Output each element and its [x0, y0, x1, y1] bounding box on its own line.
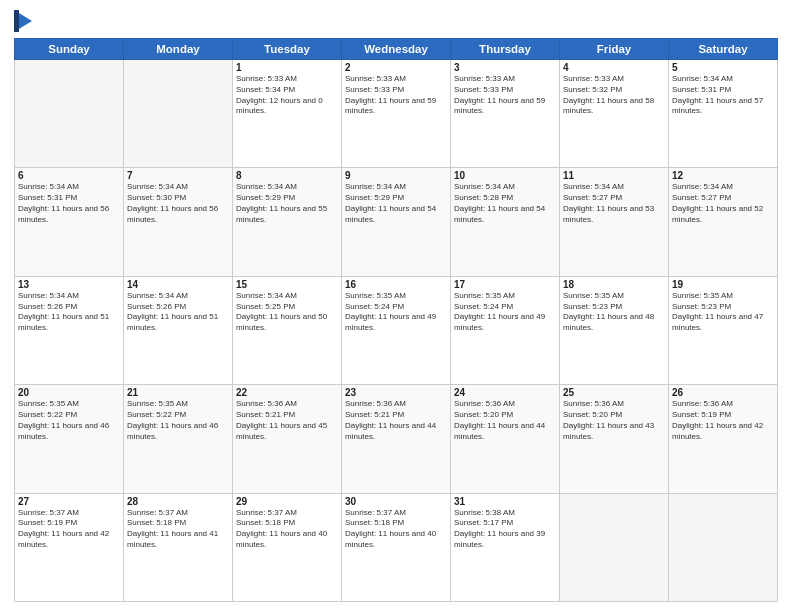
day-number: 12	[672, 170, 774, 181]
day-number: 1	[236, 62, 338, 73]
day-info: Sunrise: 5:36 AMSunset: 5:20 PMDaylight:…	[454, 399, 556, 442]
day-cell: 5Sunrise: 5:34 AMSunset: 5:31 PMDaylight…	[669, 60, 778, 168]
day-cell	[15, 60, 124, 168]
calendar-header-row: SundayMondayTuesdayWednesdayThursdayFrid…	[15, 39, 778, 60]
day-info: Sunrise: 5:34 AMSunset: 5:29 PMDaylight:…	[345, 182, 447, 225]
day-cell: 23Sunrise: 5:36 AMSunset: 5:21 PMDayligh…	[342, 385, 451, 493]
day-cell: 18Sunrise: 5:35 AMSunset: 5:23 PMDayligh…	[560, 276, 669, 384]
day-info: Sunrise: 5:34 AMSunset: 5:31 PMDaylight:…	[18, 182, 120, 225]
logo-icon	[14, 10, 32, 32]
day-cell: 8Sunrise: 5:34 AMSunset: 5:29 PMDaylight…	[233, 168, 342, 276]
day-cell: 24Sunrise: 5:36 AMSunset: 5:20 PMDayligh…	[451, 385, 560, 493]
col-header-sunday: Sunday	[15, 39, 124, 60]
day-info: Sunrise: 5:34 AMSunset: 5:25 PMDaylight:…	[236, 291, 338, 334]
day-info: Sunrise: 5:36 AMSunset: 5:21 PMDaylight:…	[345, 399, 447, 442]
day-number: 19	[672, 279, 774, 290]
day-info: Sunrise: 5:37 AMSunset: 5:18 PMDaylight:…	[127, 508, 229, 551]
day-number: 10	[454, 170, 556, 181]
col-header-tuesday: Tuesday	[233, 39, 342, 60]
day-cell: 4Sunrise: 5:33 AMSunset: 5:32 PMDaylight…	[560, 60, 669, 168]
day-cell: 9Sunrise: 5:34 AMSunset: 5:29 PMDaylight…	[342, 168, 451, 276]
day-cell: 26Sunrise: 5:36 AMSunset: 5:19 PMDayligh…	[669, 385, 778, 493]
calendar-table: SundayMondayTuesdayWednesdayThursdayFrid…	[14, 38, 778, 602]
day-cell	[669, 493, 778, 601]
day-cell: 11Sunrise: 5:34 AMSunset: 5:27 PMDayligh…	[560, 168, 669, 276]
day-info: Sunrise: 5:37 AMSunset: 5:19 PMDaylight:…	[18, 508, 120, 551]
day-number: 24	[454, 387, 556, 398]
col-header-wednesday: Wednesday	[342, 39, 451, 60]
day-info: Sunrise: 5:36 AMSunset: 5:21 PMDaylight:…	[236, 399, 338, 442]
week-row-2: 6Sunrise: 5:34 AMSunset: 5:31 PMDaylight…	[15, 168, 778, 276]
day-cell: 21Sunrise: 5:35 AMSunset: 5:22 PMDayligh…	[124, 385, 233, 493]
day-info: Sunrise: 5:36 AMSunset: 5:19 PMDaylight:…	[672, 399, 774, 442]
day-number: 13	[18, 279, 120, 290]
day-cell: 31Sunrise: 5:38 AMSunset: 5:17 PMDayligh…	[451, 493, 560, 601]
day-info: Sunrise: 5:33 AMSunset: 5:33 PMDaylight:…	[345, 74, 447, 117]
day-cell: 10Sunrise: 5:34 AMSunset: 5:28 PMDayligh…	[451, 168, 560, 276]
day-number: 3	[454, 62, 556, 73]
week-row-1: 1Sunrise: 5:33 AMSunset: 5:34 PMDaylight…	[15, 60, 778, 168]
day-cell: 14Sunrise: 5:34 AMSunset: 5:26 PMDayligh…	[124, 276, 233, 384]
day-number: 28	[127, 496, 229, 507]
day-info: Sunrise: 5:37 AMSunset: 5:18 PMDaylight:…	[345, 508, 447, 551]
day-cell: 27Sunrise: 5:37 AMSunset: 5:19 PMDayligh…	[15, 493, 124, 601]
day-info: Sunrise: 5:35 AMSunset: 5:23 PMDaylight:…	[563, 291, 665, 334]
day-number: 4	[563, 62, 665, 73]
day-cell: 17Sunrise: 5:35 AMSunset: 5:24 PMDayligh…	[451, 276, 560, 384]
day-cell: 29Sunrise: 5:37 AMSunset: 5:18 PMDayligh…	[233, 493, 342, 601]
day-cell: 15Sunrise: 5:34 AMSunset: 5:25 PMDayligh…	[233, 276, 342, 384]
day-cell	[560, 493, 669, 601]
col-header-monday: Monday	[124, 39, 233, 60]
day-info: Sunrise: 5:35 AMSunset: 5:22 PMDaylight:…	[127, 399, 229, 442]
day-number: 20	[18, 387, 120, 398]
col-header-thursday: Thursday	[451, 39, 560, 60]
day-number: 22	[236, 387, 338, 398]
day-info: Sunrise: 5:33 AMSunset: 5:32 PMDaylight:…	[563, 74, 665, 117]
day-number: 8	[236, 170, 338, 181]
day-cell: 28Sunrise: 5:37 AMSunset: 5:18 PMDayligh…	[124, 493, 233, 601]
day-number: 21	[127, 387, 229, 398]
day-number: 25	[563, 387, 665, 398]
day-number: 26	[672, 387, 774, 398]
day-cell: 16Sunrise: 5:35 AMSunset: 5:24 PMDayligh…	[342, 276, 451, 384]
logo	[14, 10, 37, 32]
day-cell: 20Sunrise: 5:35 AMSunset: 5:22 PMDayligh…	[15, 385, 124, 493]
day-number: 15	[236, 279, 338, 290]
day-number: 2	[345, 62, 447, 73]
day-info: Sunrise: 5:34 AMSunset: 5:27 PMDaylight:…	[672, 182, 774, 225]
day-number: 6	[18, 170, 120, 181]
day-cell: 22Sunrise: 5:36 AMSunset: 5:21 PMDayligh…	[233, 385, 342, 493]
day-cell: 12Sunrise: 5:34 AMSunset: 5:27 PMDayligh…	[669, 168, 778, 276]
day-info: Sunrise: 5:34 AMSunset: 5:30 PMDaylight:…	[127, 182, 229, 225]
day-cell: 1Sunrise: 5:33 AMSunset: 5:34 PMDaylight…	[233, 60, 342, 168]
day-info: Sunrise: 5:36 AMSunset: 5:20 PMDaylight:…	[563, 399, 665, 442]
day-info: Sunrise: 5:35 AMSunset: 5:24 PMDaylight:…	[454, 291, 556, 334]
day-number: 7	[127, 170, 229, 181]
day-info: Sunrise: 5:33 AMSunset: 5:33 PMDaylight:…	[454, 74, 556, 117]
day-info: Sunrise: 5:35 AMSunset: 5:23 PMDaylight:…	[672, 291, 774, 334]
day-number: 9	[345, 170, 447, 181]
day-number: 23	[345, 387, 447, 398]
day-number: 16	[345, 279, 447, 290]
day-cell: 13Sunrise: 5:34 AMSunset: 5:26 PMDayligh…	[15, 276, 124, 384]
col-header-friday: Friday	[560, 39, 669, 60]
day-info: Sunrise: 5:35 AMSunset: 5:24 PMDaylight:…	[345, 291, 447, 334]
day-number: 14	[127, 279, 229, 290]
day-info: Sunrise: 5:33 AMSunset: 5:34 PMDaylight:…	[236, 74, 338, 117]
day-number: 11	[563, 170, 665, 181]
day-cell: 6Sunrise: 5:34 AMSunset: 5:31 PMDaylight…	[15, 168, 124, 276]
day-cell: 19Sunrise: 5:35 AMSunset: 5:23 PMDayligh…	[669, 276, 778, 384]
col-header-saturday: Saturday	[669, 39, 778, 60]
day-info: Sunrise: 5:34 AMSunset: 5:28 PMDaylight:…	[454, 182, 556, 225]
day-number: 27	[18, 496, 120, 507]
day-number: 30	[345, 496, 447, 507]
day-info: Sunrise: 5:38 AMSunset: 5:17 PMDaylight:…	[454, 508, 556, 551]
day-number: 31	[454, 496, 556, 507]
svg-rect-1	[14, 10, 19, 32]
day-info: Sunrise: 5:34 AMSunset: 5:26 PMDaylight:…	[127, 291, 229, 334]
day-info: Sunrise: 5:34 AMSunset: 5:29 PMDaylight:…	[236, 182, 338, 225]
week-row-4: 20Sunrise: 5:35 AMSunset: 5:22 PMDayligh…	[15, 385, 778, 493]
day-number: 17	[454, 279, 556, 290]
day-info: Sunrise: 5:34 AMSunset: 5:31 PMDaylight:…	[672, 74, 774, 117]
day-cell: 7Sunrise: 5:34 AMSunset: 5:30 PMDaylight…	[124, 168, 233, 276]
